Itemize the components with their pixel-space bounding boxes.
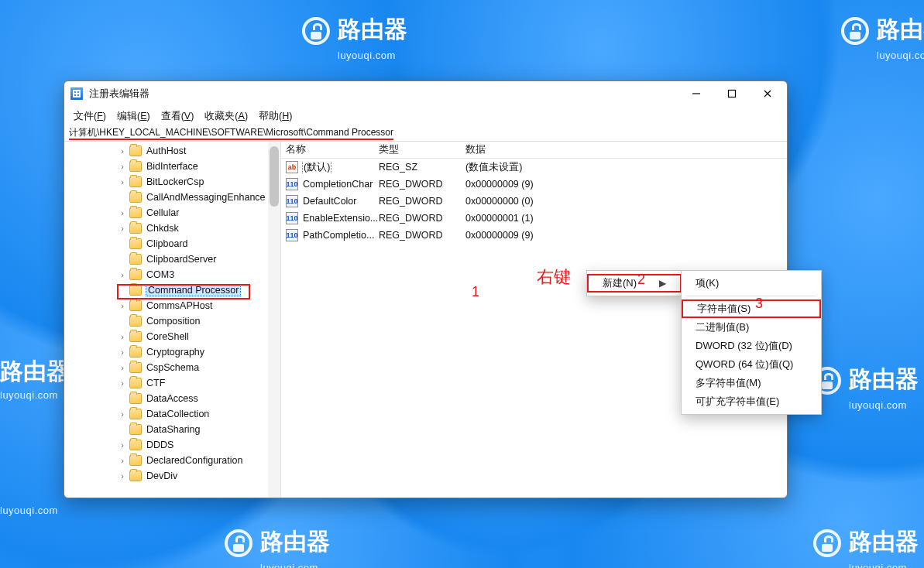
- tree-node-CoreShell[interactable]: ›CoreShell: [64, 329, 280, 344]
- dword-value-icon: 110: [286, 195, 298, 207]
- value-row[interactable]: ab(默认)REG_SZ(数值未设置): [281, 159, 787, 176]
- desktop-background: 路由器 luyouqi.com 路由器 luyouqi.com 路由器 luyo…: [0, 0, 924, 568]
- window-title: 注册表编辑器: [89, 87, 149, 101]
- tree-expand-icon[interactable]: ›: [119, 301, 126, 310]
- tree-expand-icon[interactable]: ›: [119, 409, 126, 419]
- folder-icon: [129, 192, 142, 203]
- tree-node-Clipboard[interactable]: Clipboard: [64, 236, 280, 251]
- minimize-button[interactable]: [678, 81, 714, 106]
- tree-expand-icon[interactable]: ›: [119, 440, 126, 450]
- tree-node-BitLockerCsp[interactable]: ›BitLockerCsp: [64, 174, 280, 190]
- tree-node-Chkdsk[interactable]: ›Chkdsk: [64, 221, 280, 236]
- tree-node-DataSharing[interactable]: DataSharing: [64, 422, 280, 437]
- tree-expand-icon[interactable]: ›: [119, 456, 126, 465]
- submenu-item[interactable]: DWORD (32 位)值(D): [682, 337, 821, 355]
- folder-icon: [129, 238, 142, 249]
- dword-value-icon: 110: [286, 178, 298, 190]
- value-row[interactable]: 110DefaultColorREG_DWORD0x00000000 (0): [281, 193, 787, 210]
- value-row[interactable]: 110CompletionCharREG_DWORD0x00000009 (9): [281, 176, 787, 193]
- col-type[interactable]: 类型: [379, 143, 465, 156]
- tree-expand-icon[interactable]: ›: [119, 471, 126, 481]
- tree-node-label: DataAccess: [146, 393, 198, 404]
- submenu-item[interactable]: 项(K): [682, 274, 821, 293]
- context-submenu-new[interactable]: 项(K)字符串值(S)二进制值(B)DWORD (32 位)值(D)QWORD …: [681, 270, 822, 415]
- tree-node-DataCollection[interactable]: ›DataCollection: [64, 406, 280, 422]
- columns-header[interactable]: 名称 类型 数据: [281, 142, 787, 159]
- tree-node-Composition[interactable]: Composition: [64, 313, 280, 329]
- submenu-item[interactable]: 多字符串值(M): [682, 374, 821, 392]
- value-name: DefaultColor: [303, 196, 356, 207]
- col-name[interactable]: 名称: [286, 143, 379, 156]
- menu-文件[interactable]: 文件(F): [69, 108, 111, 125]
- tree-scrollbar[interactable]: [268, 142, 280, 498]
- menu-item-new[interactable]: 新建(N) ▶: [587, 274, 682, 293]
- menu-编辑[interactable]: 编辑(E): [112, 108, 155, 125]
- maximize-button[interactable]: [714, 81, 750, 106]
- tree-node-CspSchema[interactable]: ›CspSchema: [64, 360, 280, 375]
- folder-icon: [129, 145, 142, 156]
- lock-icon: [302, 17, 330, 45]
- tree-node-label: Clipboard: [146, 238, 188, 249]
- value-row[interactable]: 110PathCompletio...REG_DWORD0x00000009 (…: [281, 227, 787, 244]
- col-data[interactable]: 数据: [465, 143, 787, 156]
- values-pane[interactable]: 名称 类型 数据 ab(默认)REG_SZ(数值未设置)110Completio…: [281, 142, 787, 498]
- tree-node-Command-Processor[interactable]: Command Processor: [64, 282, 280, 298]
- tree-expand-icon[interactable]: ›: [119, 363, 126, 372]
- submenu-item[interactable]: 字符串值(S): [682, 299, 821, 318]
- tree-node-DDDS[interactable]: ›DDDS: [64, 437, 280, 453]
- watermark: 路由器 luyouqi.com: [225, 526, 330, 568]
- tree-node-COM3[interactable]: ›COM3: [64, 267, 280, 282]
- menu-帮助[interactable]: 帮助(H): [254, 108, 297, 125]
- menubar: 文件(F)编辑(E)查看(V)收藏夹(A)帮助(H): [64, 106, 787, 126]
- address-bar[interactable]: 计算机\HKEY_LOCAL_MACHINE\SOFTWARE\Microsof…: [64, 126, 787, 142]
- tree-node-label: CoreShell: [146, 331, 189, 342]
- value-name: PathCompletio...: [303, 230, 374, 241]
- value-data: (数值未设置): [465, 161, 787, 174]
- tree-node-label: DeclaredConfiguration: [146, 455, 242, 466]
- tree-node-label: BidInterface: [146, 161, 198, 172]
- tree-expand-icon[interactable]: ›: [119, 162, 126, 171]
- tree-expand-icon[interactable]: ›: [119, 224, 126, 233]
- value-row[interactable]: 110EnableExtensio...REG_DWORD0x00000001 …: [281, 210, 787, 227]
- tree-node-DevDiv[interactable]: ›DevDiv: [64, 468, 280, 484]
- tree-expand-icon[interactable]: ›: [119, 332, 126, 341]
- scrollbar-thumb[interactable]: [270, 146, 279, 207]
- menu-查看[interactable]: 查看(V): [156, 108, 199, 125]
- tree-node-Cellular[interactable]: ›Cellular: [64, 205, 280, 221]
- submenu-item-label: 可扩充字符串值(E): [696, 395, 779, 409]
- tree-node-label: CspSchema: [146, 362, 199, 373]
- value-data: 0x00000009 (9): [465, 179, 787, 190]
- folder-icon: [129, 347, 142, 358]
- tree-expand-icon[interactable]: ›: [119, 347, 126, 357]
- menu-item-label: 新建(N): [603, 276, 637, 290]
- context-menu-new[interactable]: 新建(N) ▶: [586, 270, 682, 296]
- tree-node-CallAndMessagingEnhance[interactable]: CallAndMessagingEnhance: [64, 190, 280, 205]
- tree-node-AuthHost[interactable]: ›AuthHost: [64, 143, 280, 159]
- tree-node-DeclaredConfiguration[interactable]: ›DeclaredConfiguration: [64, 453, 280, 468]
- submenu-item[interactable]: QWORD (64 位)值(Q): [682, 355, 821, 374]
- lock-icon: [225, 529, 252, 557]
- tree-expand-icon[interactable]: ›: [119, 177, 126, 186]
- submenu-item-label: QWORD (64 位)值(Q): [696, 358, 793, 371]
- tree-node-label: AuthHost: [146, 145, 186, 156]
- menu-收藏夹[interactable]: 收藏夹(A): [200, 108, 252, 125]
- tree-expand-icon[interactable]: ›: [119, 146, 126, 156]
- titlebar[interactable]: 注册表编辑器: [64, 81, 787, 106]
- dword-value-icon: 110: [286, 212, 298, 224]
- tree-node-BidInterface[interactable]: ›BidInterface: [64, 159, 280, 174]
- tree-node-DataAccess[interactable]: DataAccess: [64, 391, 280, 406]
- value-name: (默认): [303, 161, 331, 174]
- tree-expand-icon[interactable]: ›: [119, 208, 126, 217]
- tree-expand-icon[interactable]: ›: [119, 378, 126, 388]
- tree-expand-icon[interactable]: ›: [119, 270, 126, 279]
- close-button[interactable]: [750, 81, 785, 106]
- folder-icon: [129, 285, 142, 296]
- tree-node-Cryptography[interactable]: ›Cryptography: [64, 344, 280, 360]
- tree-node-CTF[interactable]: ›CTF: [64, 375, 280, 391]
- tree-pane[interactable]: ›AuthHost›BidInterface›BitLockerCspCallA…: [64, 142, 281, 498]
- folder-icon: [129, 470, 142, 481]
- tree-node-ClipboardServer[interactable]: ClipboardServer: [64, 251, 280, 267]
- tree-node-CommsAPHost[interactable]: ›CommsAPHost: [64, 298, 280, 313]
- submenu-item[interactable]: 二进制值(B): [682, 318, 821, 337]
- submenu-item[interactable]: 可扩充字符串值(E): [682, 392, 821, 411]
